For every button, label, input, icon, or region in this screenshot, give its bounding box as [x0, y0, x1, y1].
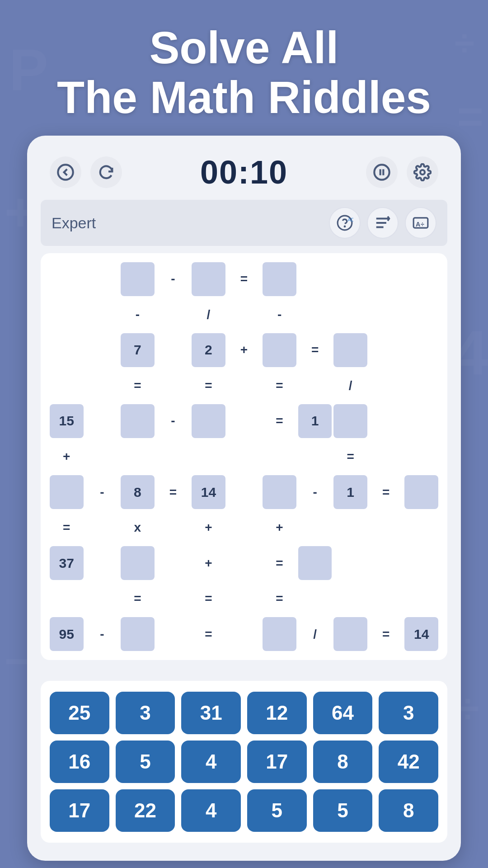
- cell-r11c7[interactable]: [263, 617, 296, 651]
- cell-r1c7[interactable]: [263, 262, 296, 296]
- cell-r4c1: [50, 369, 84, 403]
- numpad-btn-25[interactable]: 25: [50, 692, 109, 734]
- cell-r9c8[interactable]: [298, 546, 332, 580]
- numpad-btn-8-r3[interactable]: 8: [379, 789, 438, 832]
- cell-r1c2: [85, 262, 119, 296]
- cell-r7c7[interactable]: [263, 475, 296, 509]
- numpad-btn-42[interactable]: 42: [379, 741, 438, 783]
- numpad-btn-22[interactable]: 22: [116, 789, 175, 832]
- toolbar: 00:10: [41, 149, 447, 200]
- numpad-btn-17[interactable]: 17: [247, 741, 307, 783]
- sort-button[interactable]: [367, 207, 399, 239]
- numpad-btn-12[interactable]: 12: [247, 692, 307, 734]
- keyboard-icon: A ÷: [412, 214, 429, 231]
- cell-r4c10: [369, 369, 403, 403]
- cell-r11c11[interactable]: 14: [404, 617, 438, 651]
- cell-r7c11[interactable]: [404, 475, 438, 509]
- refresh-button[interactable]: [90, 156, 122, 188]
- svg-point-0: [58, 165, 73, 179]
- cell-r9c10: [369, 546, 403, 580]
- cell-r6c8: [298, 440, 332, 474]
- cell-r5c5[interactable]: [192, 404, 225, 438]
- cell-r10c7: =: [263, 582, 296, 616]
- cell-r1c5[interactable]: [192, 262, 225, 296]
- back-button[interactable]: [50, 156, 81, 188]
- cell-r6c4: [156, 440, 190, 474]
- cell-r10c10: [369, 582, 403, 616]
- numpad-btn-5[interactable]: 5: [116, 741, 175, 783]
- cell-r7c5[interactable]: 14: [192, 475, 225, 509]
- cell-r7c3[interactable]: 8: [121, 475, 155, 509]
- hint-button[interactable]: AD: [329, 207, 361, 239]
- numpad-btn-4-r3[interactable]: 4: [181, 789, 241, 832]
- cell-r8c11: [404, 511, 438, 545]
- refresh-icon: [97, 163, 115, 181]
- cell-r5c1[interactable]: 15: [50, 404, 84, 438]
- cell-r5c3[interactable]: [121, 404, 155, 438]
- cell-r8c7: +: [263, 511, 296, 545]
- cell-r11c9[interactable]: [333, 617, 367, 651]
- cell-r3c9[interactable]: [333, 333, 367, 367]
- cell-r8c2: [85, 511, 119, 545]
- cell-r8c10: [369, 511, 403, 545]
- cell-r6c2: [85, 440, 119, 474]
- pause-button[interactable]: [366, 156, 398, 188]
- svg-text:÷: ÷: [421, 221, 424, 228]
- keyboard-button[interactable]: A ÷: [405, 207, 436, 239]
- settings-button[interactable]: [407, 156, 438, 188]
- cell-r1c3[interactable]: [121, 262, 155, 296]
- cell-r7c9[interactable]: 1: [333, 475, 367, 509]
- cell-r11c4: [156, 617, 190, 651]
- cell-r4c6: [227, 369, 261, 403]
- cell-r6c1: +: [50, 440, 84, 474]
- numpad-btn-5-r3[interactable]: 5: [247, 789, 307, 832]
- cell-r3c4: [156, 333, 190, 367]
- cell-r3c6: +: [227, 333, 261, 367]
- cell-r9c7: =: [263, 546, 296, 580]
- numpad-btn-3-r1b[interactable]: 3: [379, 692, 438, 734]
- cell-r11c6: [227, 617, 261, 651]
- numpad-btn-5-r3b[interactable]: 5: [313, 789, 373, 832]
- cell-r6c11: [404, 440, 438, 474]
- cell-r7c6: [227, 475, 261, 509]
- cell-r9c1[interactable]: 37: [50, 546, 84, 580]
- cell-r1c10: [369, 262, 403, 296]
- cell-r3c10: [369, 333, 403, 367]
- cell-r11c10: =: [369, 617, 403, 651]
- numpad-btn-3-r1[interactable]: 3: [116, 692, 175, 734]
- cell-r8c3: x: [121, 511, 155, 545]
- spacer: [41, 667, 447, 676]
- header: Solve All The Math Riddles: [0, 0, 488, 136]
- numpad-btn-16[interactable]: 16: [50, 741, 109, 783]
- cell-r11c1[interactable]: 95: [50, 617, 84, 651]
- cell-r1c1: [50, 262, 84, 296]
- cell-r3c3[interactable]: 7: [121, 333, 155, 367]
- cell-r4c7: =: [263, 369, 296, 403]
- cell-r4c11: [404, 369, 438, 403]
- cell-r7c1[interactable]: [50, 475, 84, 509]
- numpad-btn-31[interactable]: 31: [181, 692, 241, 734]
- cell-r4c9: /: [333, 369, 367, 403]
- cell-r5c8[interactable]: 1: [298, 404, 332, 438]
- cell-r4c5: =: [192, 369, 225, 403]
- pause-icon: [373, 163, 391, 181]
- cell-r5c9[interactable]: [333, 404, 367, 438]
- cell-r6c6: [227, 440, 261, 474]
- cell-r2c10: [369, 298, 403, 332]
- cell-r10c6: [227, 582, 261, 616]
- numpad-btn-4-r2[interactable]: 4: [181, 741, 241, 783]
- cell-r9c3[interactable]: [121, 546, 155, 580]
- cell-r1c8: [298, 262, 332, 296]
- numpad-btn-64[interactable]: 64: [313, 692, 373, 734]
- cell-r7c4: =: [156, 475, 190, 509]
- cell-r11c3[interactable]: [121, 617, 155, 651]
- cell-r9c9: [333, 546, 367, 580]
- cell-r7c8: -: [298, 475, 332, 509]
- cell-r10c11: [404, 582, 438, 616]
- numpad-btn-17-r3[interactable]: 17: [50, 789, 109, 832]
- numpad-btn-8[interactable]: 8: [313, 741, 373, 783]
- cell-r6c5: [192, 440, 225, 474]
- puzzle-grid-wrapper: - = - / -: [50, 262, 438, 651]
- cell-r3c7[interactable]: [263, 333, 296, 367]
- cell-r3c5[interactable]: 2: [192, 333, 225, 367]
